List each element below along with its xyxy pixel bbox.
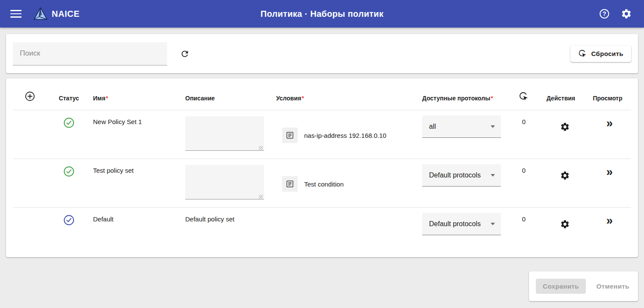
condition-text: Test condition [304,180,344,188]
reset-hits-label: Сбросить [591,50,623,57]
policy-set-name: New Policy Set 1 [93,118,142,125]
chevron-down-icon [491,174,495,177]
help-icon[interactable]: ? [600,9,609,19]
open-policy-set-icon[interactable]: » [584,118,631,129]
refresh-icon[interactable] [180,49,190,59]
column-name: Имя* [91,95,183,102]
description-text: Default policy set [185,215,234,223]
chevron-down-icon [491,223,495,225]
condition-editor-icon[interactable] [282,176,298,192]
page-title: Политика · Наборы политик [261,9,383,19]
search-input[interactable] [13,42,167,65]
table-row: Test policy set Test condition Default p [13,159,631,207]
column-conditions: Условия* [273,95,419,102]
column-actions: Действия [538,95,584,102]
table-row: Default Default policy set Default proto… [13,207,631,256]
protocols-selected-value: all [429,123,436,131]
required-marker: * [106,95,108,102]
menu-icon[interactable] [10,8,22,20]
brand-name: NAICE [52,9,80,19]
policy-set-name: Default [93,215,114,223]
cancel-button[interactable]: Отменить [595,279,630,293]
search-toolbar: Сбросить [6,34,638,73]
row-settings-icon[interactable] [538,219,584,229]
column-view: Просмотр [584,95,631,102]
row-settings-icon[interactable] [538,171,584,180]
open-policy-set-icon[interactable]: » [584,166,631,178]
policy-set-table: Статус Имя* Описание Условия* Доступные … [6,78,638,257]
column-hit-counter [510,91,538,102]
table-header-row: Статус Имя* Описание Условия* Доступные … [13,78,631,110]
protocols-select[interactable]: Default protocols [422,213,501,235]
required-marker: * [302,95,304,102]
hit-count: 0 [510,118,538,125]
naice-logo-icon [34,7,47,20]
status-default-icon[interactable] [47,215,91,226]
required-marker: * [491,95,493,102]
protocols-select[interactable]: all [422,115,501,138]
column-status: Статус [47,95,91,102]
description-textarea[interactable] [185,116,264,151]
protocols-selected-value: Default protocols [429,220,481,228]
status-enabled-icon[interactable] [47,166,91,177]
open-policy-set-icon[interactable]: » [584,215,631,227]
policy-set-name: Test policy set [93,167,134,174]
condition-editor-icon[interactable] [282,128,298,143]
app-bar: NAICE Политика · Наборы политик ? [0,0,644,28]
hit-count: 0 [510,167,538,174]
table-row: New Policy Set 1 nas-ip-address 192.168.… [13,110,631,159]
condition-text: nas-ip-address 192.168.0.10 [304,132,386,139]
description-textarea[interactable] [185,165,264,199]
ads-click-icon [519,91,529,102]
chevron-down-icon [491,125,495,128]
hit-count: 0 [510,215,538,223]
save-cancel-panel: Сохранить Отменить [529,271,638,301]
add-policy-set-icon[interactable] [25,91,35,102]
reset-hits-button[interactable]: Сбросить [570,46,631,62]
column-description: Описание [183,95,273,102]
save-button[interactable]: Сохранить [536,279,586,294]
settings-icon[interactable] [621,8,632,19]
ads-click-icon [578,49,587,58]
protocols-selected-value: Default protocols [429,171,481,179]
brand: NAICE [34,7,80,20]
status-enabled-icon[interactable] [47,117,91,128]
row-settings-icon[interactable] [538,122,584,132]
column-protocols: Доступные протоколы* [419,95,510,102]
protocols-select[interactable]: Default protocols [422,164,501,187]
